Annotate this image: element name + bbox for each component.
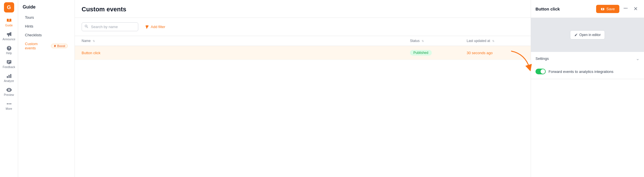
nav-item-tours[interactable]: Tours: [20, 13, 72, 22]
table-container: Name ⇅ Status ⇅ Last updated at ⇅ Button…: [75, 36, 531, 177]
sidebar-item-analyze[interactable]: Analyze: [1, 71, 17, 84]
left-nav-title: Guide: [18, 5, 75, 13]
event-name[interactable]: Button click: [75, 46, 403, 60]
sidebar-label-announce: Announce: [3, 38, 15, 41]
sidebar: G Guide Announce Help Feedback Analyze: [0, 0, 18, 177]
settings-body: Forward events to analytics integrations: [531, 65, 644, 79]
col-name[interactable]: Name ⇅: [75, 36, 403, 46]
sidebar-item-help[interactable]: Help: [1, 44, 17, 56]
sidebar-item-guide[interactable]: Guide: [1, 16, 17, 29]
right-panel-header: Button click Save ✕: [531, 0, 644, 18]
save-icon: [601, 7, 605, 11]
help-icon: [6, 45, 12, 51]
sort-icon-status: ⇅: [422, 39, 424, 43]
chevron-down-icon: ⌄: [636, 56, 639, 61]
preview-area: Open in editor: [531, 18, 644, 52]
book-icon: [6, 18, 12, 23]
col-status[interactable]: Status ⇅: [403, 36, 460, 46]
sidebar-item-feedback[interactable]: Feedback: [1, 58, 17, 70]
right-panel: Button click Save ✕ Open in editor Setti…: [531, 0, 644, 177]
main-content: Custom events Add filter Name ⇅ S: [75, 0, 531, 177]
edit-icon: [574, 33, 578, 37]
feedback-icon: [6, 59, 12, 65]
toggle-row: Forward events to analytics integrations: [535, 69, 639, 74]
search-wrapper: [82, 22, 138, 31]
sidebar-label-preview: Preview: [4, 93, 14, 96]
page-header: Custom events: [75, 0, 531, 18]
search-icon: [84, 24, 88, 29]
settings-title: Settings: [535, 56, 549, 61]
settings-section: Settings ⌄ Forward events to an: [531, 52, 644, 79]
sidebar-label-guide: Guide: [5, 24, 13, 27]
toggle-label: Forward events to analytics integrations: [549, 69, 613, 74]
event-status: Published: [403, 46, 460, 60]
events-table: Name ⇅ Status ⇅ Last updated at ⇅ Button…: [75, 36, 531, 60]
status-badge: Published: [410, 50, 432, 56]
save-button[interactable]: Save: [596, 5, 619, 13]
search-input[interactable]: [82, 22, 138, 31]
sidebar-label-feedback: Feedback: [3, 66, 15, 69]
table-row[interactable]: Button click Published 30 seconds ago: [75, 46, 531, 60]
nav-item-checklists[interactable]: Checklists: [20, 31, 72, 39]
toggle-forward-events[interactable]: [535, 69, 546, 74]
more-options-button[interactable]: [622, 4, 630, 13]
boost-badge: Boost: [51, 44, 68, 48]
add-filter-button[interactable]: Add filter: [142, 23, 169, 31]
sidebar-label-help: Help: [6, 52, 12, 55]
close-button[interactable]: ✕: [632, 4, 639, 14]
more-icon: [6, 101, 12, 107]
sort-icon-name: ⇅: [93, 39, 95, 43]
filter-icon: [145, 25, 149, 29]
sidebar-item-preview[interactable]: Preview: [1, 85, 17, 98]
page-title: Custom events: [82, 6, 524, 13]
boost-icon: [54, 45, 56, 47]
nav-item-hints[interactable]: Hints: [20, 22, 72, 31]
toolbar: Add filter: [75, 18, 531, 36]
open-in-editor-button[interactable]: Open in editor: [570, 30, 605, 39]
sidebar-label-more: More: [6, 107, 12, 110]
analyze-icon: [6, 73, 12, 79]
sort-icon-updated: ⇅: [492, 39, 494, 43]
col-updated[interactable]: Last updated at ⇅: [460, 36, 531, 46]
sidebar-item-announce[interactable]: Announce: [1, 30, 17, 43]
settings-header[interactable]: Settings ⌄: [531, 52, 644, 65]
megaphone-icon: [6, 31, 12, 37]
right-panel-title: Button click: [535, 7, 594, 11]
event-time: 30 seconds ago: [460, 46, 531, 60]
sidebar-item-more[interactable]: More: [1, 99, 17, 112]
nav-item-custom-events[interactable]: Custom events Boost: [20, 39, 72, 52]
left-nav: Guide Tours Hints Checklists Custom even…: [18, 0, 75, 177]
sidebar-label-analyze: Analyze: [4, 79, 14, 83]
app-logo[interactable]: G: [4, 2, 14, 12]
preview-icon: [6, 87, 12, 93]
ellipsis-icon: [623, 6, 628, 10]
